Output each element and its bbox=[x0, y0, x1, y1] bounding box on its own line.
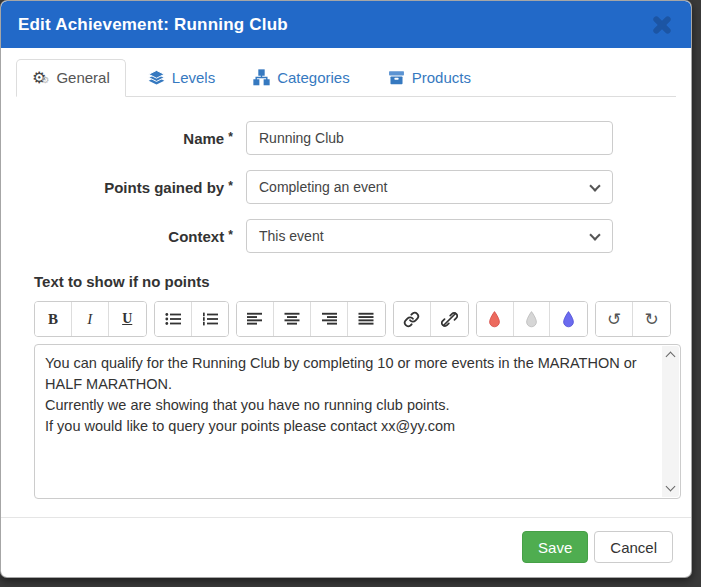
align-center-icon bbox=[284, 312, 300, 326]
name-label: Name * bbox=[1, 130, 246, 147]
bold-button[interactable]: B bbox=[35, 302, 72, 336]
chevron-down-icon bbox=[589, 229, 600, 240]
tab-general[interactable]: ⚙⚙ General bbox=[16, 59, 126, 97]
name-input[interactable] bbox=[246, 121, 613, 155]
save-button[interactable]: Save bbox=[522, 531, 588, 563]
no-points-label: Text to show if no points bbox=[34, 273, 671, 290]
align-right-icon bbox=[321, 312, 337, 326]
tab-label: Categories bbox=[277, 69, 350, 86]
name-row: Name * bbox=[1, 121, 691, 155]
cancel-button[interactable]: Cancel bbox=[594, 531, 673, 563]
link-icon bbox=[403, 311, 420, 328]
blue-color-button[interactable] bbox=[550, 302, 587, 336]
modal-header: Edit Achievement: Running Club bbox=[1, 1, 691, 48]
underline-icon: U bbox=[122, 311, 132, 327]
modal-body: Name * Points gained by * Completing an … bbox=[1, 97, 691, 517]
points-gained-by-row: Points gained by * Completing an event bbox=[1, 170, 691, 204]
no-points-editor: Text to show if no points B I U bbox=[34, 273, 671, 499]
context-select[interactable]: This event bbox=[246, 219, 613, 253]
textarea-scrollbar[interactable] bbox=[662, 346, 679, 497]
context-label: Context * bbox=[1, 228, 246, 245]
points-gained-by-select[interactable]: Completing an event bbox=[246, 170, 613, 204]
link-group bbox=[393, 301, 469, 337]
link-button[interactable] bbox=[394, 302, 431, 336]
sitemap-icon bbox=[253, 69, 270, 86]
archive-box-icon bbox=[388, 69, 405, 86]
context-row: Context * This event bbox=[1, 219, 691, 253]
no-points-textarea[interactable]: You can qualify for the Running Club by … bbox=[34, 344, 681, 499]
ordered-list-button[interactable] bbox=[192, 302, 229, 336]
required-marker: * bbox=[228, 228, 233, 242]
modal-title: Edit Achievement: Running Club bbox=[18, 15, 288, 35]
bold-icon: B bbox=[48, 311, 58, 328]
tab-products[interactable]: Products bbox=[372, 59, 487, 97]
align-group bbox=[236, 301, 386, 337]
redo-button[interactable]: ↻ bbox=[633, 302, 670, 336]
unlink-icon bbox=[441, 311, 458, 328]
ordered-list-icon bbox=[202, 312, 218, 326]
list-group bbox=[154, 301, 230, 337]
text-style-group: B I U bbox=[34, 301, 147, 337]
gears-icon: ⚙⚙ bbox=[32, 69, 49, 86]
no-points-text: You can qualify for the Running Club by … bbox=[36, 346, 661, 497]
modal-footer: Save Cancel bbox=[1, 517, 691, 577]
layers-icon bbox=[148, 69, 165, 86]
scroll-down-icon[interactable] bbox=[666, 482, 676, 492]
undo-icon: ↺ bbox=[607, 311, 621, 328]
align-left-button[interactable] bbox=[237, 302, 274, 336]
color-group bbox=[476, 301, 589, 337]
red-droplet-icon bbox=[487, 311, 502, 328]
required-marker: * bbox=[228, 130, 233, 144]
edit-achievement-modal: Edit Achievement: Running Club ⚙⚙ Genera… bbox=[0, 0, 692, 578]
tab-levels[interactable]: Levels bbox=[132, 59, 231, 97]
underline-button[interactable]: U bbox=[109, 302, 146, 336]
italic-button[interactable]: I bbox=[72, 302, 109, 336]
tab-categories[interactable]: Categories bbox=[237, 59, 366, 97]
close-icon[interactable] bbox=[649, 12, 675, 38]
gray-color-button[interactable] bbox=[514, 302, 551, 336]
unordered-list-button[interactable] bbox=[155, 302, 192, 336]
selected-value: Completing an event bbox=[259, 179, 387, 195]
align-justify-icon bbox=[358, 312, 374, 326]
required-marker: * bbox=[228, 179, 233, 193]
tab-label: General bbox=[56, 69, 109, 86]
gray-droplet-icon bbox=[524, 311, 539, 328]
unlink-button[interactable] bbox=[431, 302, 468, 336]
redo-icon: ↻ bbox=[644, 311, 658, 328]
align-center-button[interactable] bbox=[274, 302, 311, 336]
tab-bar: ⚙⚙ General Levels Cat bbox=[16, 58, 676, 97]
unordered-list-icon bbox=[165, 312, 181, 326]
editor-toolbar: B I U bbox=[34, 301, 671, 337]
blue-droplet-icon bbox=[561, 311, 576, 328]
red-color-button[interactable] bbox=[477, 302, 514, 336]
italic-icon: I bbox=[87, 311, 92, 328]
history-group: ↺ ↻ bbox=[595, 301, 671, 337]
align-justify-button[interactable] bbox=[348, 302, 385, 336]
points-gained-by-label: Points gained by * bbox=[1, 179, 246, 196]
tab-label: Products bbox=[412, 69, 471, 86]
align-right-button[interactable] bbox=[311, 302, 348, 336]
tab-label: Levels bbox=[172, 69, 215, 86]
align-left-icon bbox=[247, 312, 263, 326]
chevron-down-icon bbox=[589, 180, 600, 191]
selected-value: This event bbox=[259, 228, 324, 244]
scroll-up-icon[interactable] bbox=[666, 352, 676, 362]
undo-button[interactable]: ↺ bbox=[596, 302, 633, 336]
